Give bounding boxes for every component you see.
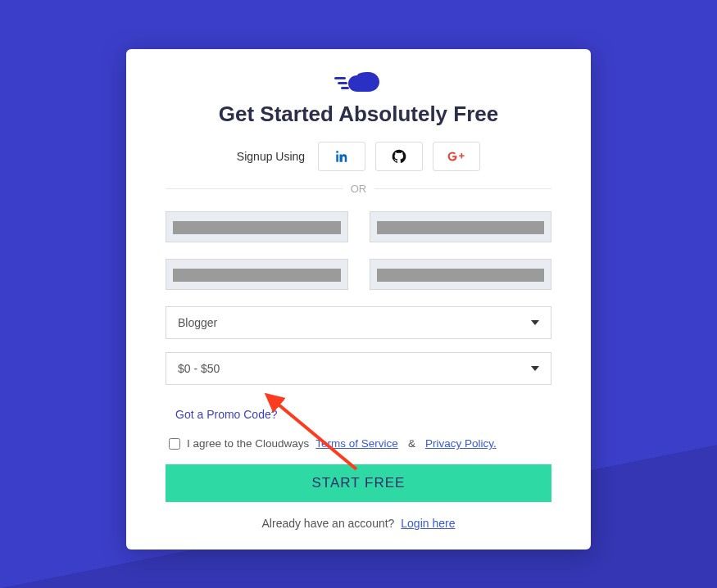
agree-text: I agree to the Cloudways [187, 437, 309, 450]
login-row: Already have an account? Login here [166, 517, 551, 530]
github-icon [391, 148, 407, 165]
social-label: Signup Using [237, 150, 305, 163]
budget-select-value: $0 - $50 [178, 362, 220, 375]
privacy-policy-link[interactable]: Privacy Policy. [425, 437, 497, 450]
chevron-down-icon [531, 320, 539, 325]
google-plus-icon [447, 149, 466, 164]
role-select-value: Blogger [178, 316, 217, 329]
start-free-button[interactable]: START FREE [166, 464, 551, 502]
page-title: Get Started Absolutely Free [166, 102, 551, 127]
github-button[interactable] [375, 142, 423, 171]
linkedin-button[interactable] [318, 142, 365, 171]
login-link[interactable]: Login here [401, 517, 455, 530]
svg-rect-2 [341, 87, 349, 89]
agree-row: I agree to the Cloudways Terms of Servic… [166, 437, 551, 450]
linkedin-icon [334, 148, 350, 165]
budget-select[interactable]: $0 - $50 [166, 352, 551, 385]
or-divider: OR [166, 183, 551, 195]
password-field[interactable] [370, 259, 552, 290]
input-grid [166, 211, 551, 290]
last-name-field[interactable] [370, 211, 552, 242]
svg-rect-1 [338, 82, 347, 84]
svg-rect-0 [334, 77, 346, 79]
logo [166, 66, 551, 95]
ampersand: & [408, 437, 415, 450]
cloud-logo-icon [333, 66, 385, 95]
social-signup-row: Signup Using [166, 142, 551, 171]
chevron-down-icon [531, 366, 539, 371]
agree-checkbox[interactable] [169, 438, 180, 450]
signup-card: Get Started Absolutely Free Signup Using… [126, 49, 591, 550]
google-plus-button[interactable] [433, 142, 480, 171]
promo-code-link[interactable]: Got a Promo Code? [175, 408, 278, 421]
first-name-field[interactable] [166, 211, 348, 242]
terms-of-service-link[interactable]: Terms of Service [315, 437, 398, 450]
role-select[interactable]: Blogger [166, 306, 551, 339]
email-field[interactable] [166, 259, 348, 290]
login-prefix: Already have an account? [262, 517, 395, 530]
